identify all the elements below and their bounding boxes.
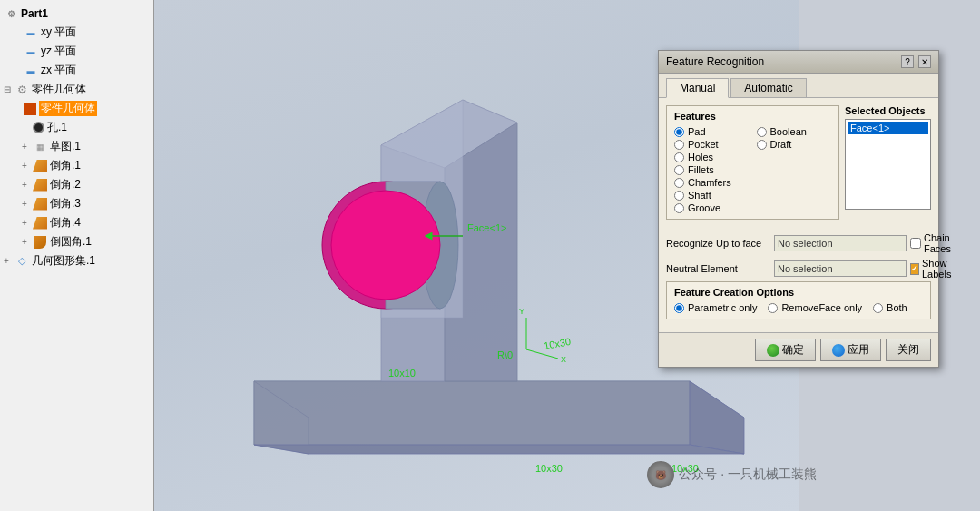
apply-label: 应用: [848, 342, 869, 358]
ok-button[interactable]: 确定: [755, 339, 816, 361]
radio-shaft-label: Shaft: [688, 190, 711, 201]
tree-item-geomset1[interactable]: + ◇ 几何图形集.1: [0, 251, 153, 270]
radio-both-label: Both: [887, 302, 907, 313]
ok-label: 确定: [782, 342, 804, 358]
tab-manual[interactable]: Manual: [666, 78, 729, 98]
tree-item-label: 倒角.2: [50, 177, 81, 192]
tree-item-label: 倒角.4: [50, 215, 81, 231]
radio-both-input[interactable]: [873, 303, 883, 313]
radio-chamfers-label: Chamfers: [688, 177, 731, 188]
radio-shaft-input[interactable]: [674, 191, 684, 201]
tree-item-chamfer3[interactable]: + 倒角.3: [0, 194, 153, 213]
part-icon: ⚙: [4, 6, 18, 21]
svg-line-21: [526, 349, 558, 359]
help-button[interactable]: ?: [901, 55, 914, 68]
radio-holes-label: Holes: [688, 152, 713, 162]
chamfer-icon: [33, 216, 47, 231]
tree-item-zx[interactable]: ▬ zx 平面: [0, 61, 153, 80]
close-dialog-button[interactable]: 关闭: [886, 339, 931, 361]
radio-parametric[interactable]: Parametric only: [674, 301, 757, 314]
radio-chamfers[interactable]: Chamfers: [674, 176, 750, 189]
tree-item-label: 草图.1: [50, 139, 81, 154]
svg-text:10x10: 10x10: [388, 368, 416, 378]
expand-icon: +: [22, 199, 31, 209]
radio-boolean[interactable]: Boolean: [757, 125, 832, 138]
features-section: Features Pad Pocket Holes: [666, 105, 839, 220]
radio-groove[interactable]: Groove: [674, 201, 750, 214]
apply-icon: [832, 344, 845, 357]
radio-pad-input[interactable]: [674, 127, 684, 137]
dialog-title-text: Feature Recognition: [666, 55, 764, 68]
radio-both[interactable]: Both: [873, 301, 907, 314]
radio-fillets[interactable]: Fillets: [674, 163, 750, 176]
radio-groove-input[interactable]: [674, 203, 684, 213]
features-title: Features: [674, 111, 831, 122]
radio-holes-input[interactable]: [674, 152, 684, 162]
feature-recognition-dialog: Feature Recognition ? ✕ Manual Automatic…: [658, 50, 939, 368]
radio-pad-label: Pad: [688, 126, 706, 137]
sketch-icon: ▦: [33, 140, 47, 154]
svg-marker-1: [254, 381, 690, 445]
chain-faces-checkbox[interactable]: [910, 238, 921, 249]
radio-fillets-input[interactable]: [674, 165, 684, 175]
chain-faces-label: Chain Faces: [924, 232, 951, 254]
body-icon: [24, 103, 36, 115]
radio-shaft[interactable]: Shaft: [674, 189, 750, 201]
radio-chamfers-input[interactable]: [674, 178, 684, 188]
tree-item-yz[interactable]: ▬ yz 平面: [0, 42, 153, 61]
tree-item-chamfer1[interactable]: + 倒角.1: [0, 156, 153, 175]
dialog-title-buttons: ? ✕: [901, 55, 931, 68]
selected-objects-section: Selected Objects Face<1>: [845, 105, 931, 225]
radio-holes[interactable]: Holes: [674, 151, 750, 163]
geomset-icon: ◇: [15, 254, 29, 269]
show-labels-checkbox[interactable]: ✓: [910, 263, 919, 275]
radio-parametric-input[interactable]: [674, 303, 684, 313]
tree-item-chamfer2[interactable]: + 倒角.2: [0, 175, 153, 194]
tree-item-chamfer4[interactable]: + 倒角.4: [0, 213, 153, 232]
radio-removeface-input[interactable]: [768, 303, 778, 313]
ok-icon: [767, 344, 779, 357]
tree-item-body-child[interactable]: 零件几何体: [0, 99, 153, 118]
selected-object-item[interactable]: Face<1>: [848, 122, 928, 134]
radio-pocket-input[interactable]: [674, 140, 684, 150]
radio-pocket[interactable]: Pocket: [674, 138, 750, 151]
apply-button[interactable]: 应用: [820, 339, 881, 361]
show-labels-label: Show Labels: [922, 258, 954, 280]
neutral-element-input[interactable]: No selection: [774, 260, 906, 277]
radio-draft[interactable]: Draft: [757, 138, 832, 151]
radio-pad[interactable]: Pad: [674, 125, 750, 138]
tree-item-fillet1[interactable]: + 倒圆角.1: [0, 232, 153, 251]
tab-automatic[interactable]: Automatic: [730, 78, 806, 97]
tree-item-hole1[interactable]: 孔.1: [0, 118, 153, 137]
tree-root[interactable]: ⚙ Part1: [0, 5, 153, 23]
neutral-element-label: Neutral Element: [666, 263, 770, 274]
tree-item-body-geo[interactable]: ⊟ ⚙ 零件几何体: [0, 80, 153, 99]
selected-objects-title: Selected Objects: [845, 105, 931, 116]
neutral-element-row: Neutral Element No selection ✓ Show Labe…: [666, 256, 931, 281]
tree-item-label: 零件几何体: [39, 101, 97, 116]
tree-item-label: 倒角.1: [50, 158, 81, 173]
chain-faces-section: Chain Faces: [910, 232, 951, 254]
radio-removeface[interactable]: RemoveFace only: [768, 301, 862, 314]
radio-draft-label: Draft: [770, 139, 792, 150]
dialog-body: Features Pad Pocket Holes: [659, 98, 938, 332]
recognize-up-to-face-input[interactable]: No selection: [774, 235, 906, 251]
svg-text:10x30: 10x30: [543, 336, 572, 351]
tree-item-label: 倒圆角.1: [50, 234, 92, 250]
close-button[interactable]: ✕: [918, 55, 931, 68]
expand-icon: +: [22, 161, 31, 171]
radio-groove-label: Groove: [688, 202, 720, 213]
radio-boolean-input[interactable]: [757, 127, 767, 137]
tree-item-sketch1[interactable]: + ▦ 草图.1: [0, 137, 153, 156]
radio-parametric-label: Parametric only: [688, 302, 757, 313]
selected-objects-list: Face<1>: [845, 119, 931, 210]
tree-item-xy[interactable]: ▬ xy 平面: [0, 23, 153, 42]
radio-draft-input[interactable]: [757, 140, 767, 150]
dialog-title-bar[interactable]: Feature Recognition ? ✕: [659, 51, 938, 74]
features-columns: Pad Pocket Holes Fillets: [674, 125, 831, 214]
tree-root-label: Part1: [21, 7, 48, 20]
tree-item-label: yz 平面: [41, 44, 76, 59]
expand-icon: +: [22, 218, 31, 228]
watermark-text: 公众号 · 一只机械工装熊: [679, 467, 817, 483]
watermark-avatar: 🐻: [647, 461, 674, 488]
